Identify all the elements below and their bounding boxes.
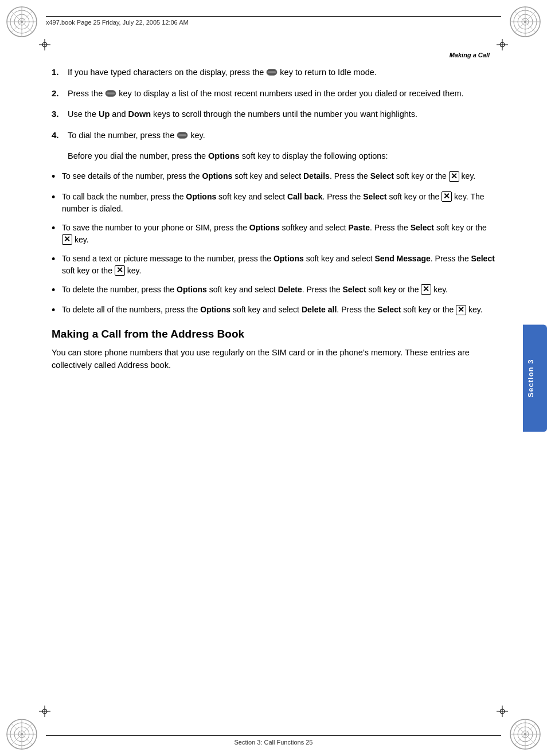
bullet-dot-6: • (52, 304, 62, 317)
item-2-content: Press the key to display a list of the m… (68, 87, 464, 100)
x-key-icon-3: ✕ (62, 234, 72, 245)
item-3-content: Use the Up and Down keys to scroll throu… (68, 108, 417, 121)
list-item-4: 4. To dial the number, press the key. (52, 129, 495, 142)
bullet-dot-5: • (52, 284, 62, 297)
corner-decoration-bl (5, 717, 39, 751)
section-tab: Section 3 (523, 324, 547, 432)
bullet-item-1: • To see details of the number, press th… (52, 170, 495, 183)
header-text: x497.book Page 25 Friday, July 22, 2005 … (46, 19, 189, 26)
body-paragraph: You can store phone numbers that you use… (52, 346, 495, 372)
x-key-icon-6: ✕ (456, 305, 466, 315)
bullet-content-3: To save the number to your phone or SIM,… (62, 222, 495, 246)
bullet-content-4: To send a text or picture message to the… (62, 253, 495, 277)
footer-text: Section 3: Call Functions 25 (235, 739, 313, 746)
bullet-item-3: • To save the number to your phone or SI… (52, 222, 495, 246)
bullet-dot-4: • (52, 253, 62, 266)
svg-rect-51 (107, 92, 115, 95)
item-1-number: 1. (52, 66, 68, 79)
bullet-item-4: • To send a text or picture message to t… (52, 253, 495, 277)
item-3-number: 3. (52, 108, 68, 121)
bullet-item-2: • To call back the number, press the Opt… (52, 191, 495, 215)
x-key-icon-2: ✕ (441, 191, 452, 202)
crosshair-bl (39, 706, 50, 717)
list-item-2: 2. Press the key to display a list of th… (52, 87, 495, 100)
end-key-icon (266, 67, 278, 77)
bullet-item-5: • To delete the number, press the Option… (52, 284, 495, 297)
corner-decoration-br (508, 717, 542, 751)
crosshair-br (497, 706, 508, 717)
x-key-icon-1: ✕ (449, 171, 459, 182)
send-key-icon-4 (177, 130, 188, 140)
crosshair-tl (39, 39, 50, 50)
list-item-1: 1. If you have typed characters on the d… (52, 66, 495, 79)
list-item-3: 3. Use the Up and Down keys to scroll th… (52, 108, 495, 121)
item-4-content: To dial the number, press the key. (68, 129, 205, 142)
top-header: x497.book Page 25 Friday, July 22, 2005 … (46, 16, 501, 26)
bullet-dot-2: • (52, 191, 62, 204)
main-content: 1. If you have typed characters on the d… (52, 66, 495, 722)
x-key-icon-4: ✕ (115, 265, 125, 276)
item-4-number: 4. (52, 129, 68, 142)
section-heading: Making a Call from the Address Book (52, 328, 495, 340)
page-footer: Section 3: Call Functions 25 (46, 735, 501, 746)
bullet-content-6: To delete all of the numbers, press the … (62, 304, 495, 316)
page-section-label: Making a Call (450, 52, 490, 58)
crosshair-tr (497, 39, 508, 50)
send-key-icon-2 (105, 88, 116, 99)
bullet-content-5: To delete the number, press the Options … (62, 284, 495, 296)
sub-paragraph: Before you dial the number, press the Op… (68, 150, 495, 162)
x-key-icon-5: ✕ (421, 284, 431, 295)
corner-decoration-tl (5, 5, 39, 39)
item-2-number: 2. (52, 87, 68, 100)
bullet-dot-3: • (52, 222, 62, 235)
bullet-dot-1: • (52, 170, 62, 183)
corner-decoration-tr (508, 5, 542, 39)
bullet-item-6: • To delete all of the numbers, press th… (52, 304, 495, 317)
bullet-content-2: To call back the number, press the Optio… (62, 191, 495, 215)
svg-rect-49 (268, 71, 276, 73)
bullet-content-1: To see details of the number, press the … (62, 170, 495, 182)
svg-rect-53 (178, 134, 187, 136)
item-1-content: If you have typed characters on the disp… (68, 66, 377, 79)
